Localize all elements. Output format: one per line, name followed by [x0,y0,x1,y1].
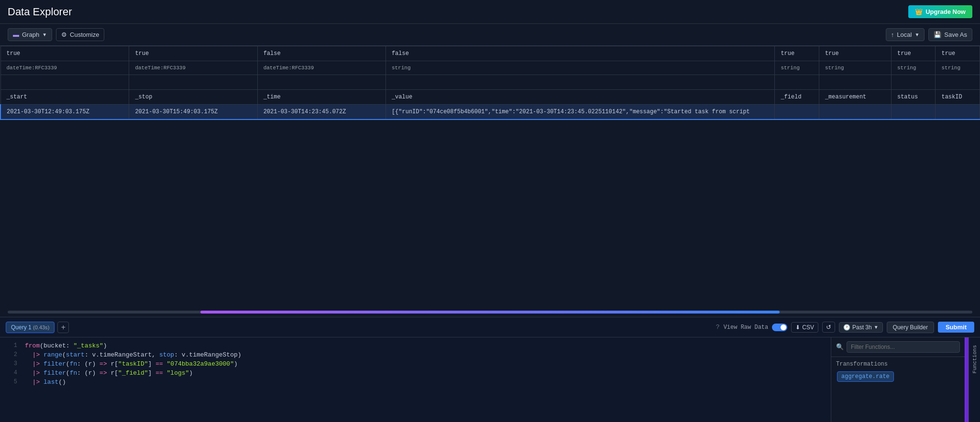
table-cell: _time [257,90,385,105]
table-cell [257,75,385,90]
filter-functions-input[interactable] [847,341,960,353]
local-button[interactable]: ↑ Local ▼ [886,28,925,41]
toolbar: ▬ Graph ▼ ⚙ Customize ↑ Local ▼ 💾 Save A… [0,24,980,46]
code-line-1: 1 from(bucket: "_tasks") [0,341,831,350]
refresh-icon: ↺ [826,324,831,331]
table-row: _start _stop _time _value _field _measur… [0,90,980,105]
table-cell: _stop [129,90,257,105]
editor-sidebar: 1 from(bucket: "_tasks") 2 |> range(star… [0,337,980,422]
functions-tab-label[interactable]: Functions [971,341,979,377]
page-title: Data Explorer [8,6,72,18]
table-cell: _measurement [819,90,891,105]
table-cell: true [936,46,980,61]
table-cell [775,75,819,90]
search-icon: 🔍 [836,343,844,351]
table-cell: string [819,61,891,75]
table-cell [819,75,891,90]
download-icon: ⬇ [795,324,800,331]
upgrade-button[interactable]: 👑 Upgrade Now [908,5,972,18]
query-tabs-bar: Query 1 (0.43s) + ? View Raw Data ⬇ CSV … [0,317,980,337]
table-cell: dateTime:RFC3339 [0,61,129,75]
add-query-button[interactable]: + [57,322,69,333]
save-icon: 💾 [934,31,941,38]
table-cell: string [891,61,935,75]
header: Data Explorer 👑 Upgrade Now [0,0,980,24]
save-as-button[interactable]: 💾 Save As [928,28,972,41]
table-cell: true [819,46,891,61]
data-table-area[interactable]: true true false false true true true tru… [0,46,980,307]
table-cell [936,75,980,90]
query-builder-button[interactable]: Query Builder [887,322,934,333]
refresh-button[interactable]: ↺ [822,322,835,333]
table-row: dateTime:RFC3339 dateTime:RFC3339 dateTi… [0,61,980,75]
table-cell: string [385,61,775,75]
mini-icon-bar: Functions [969,337,980,422]
chevron-down-icon-time: ▼ [874,325,879,330]
function-tag-aggregate-rate[interactable]: aggregate.rate [837,371,894,382]
table-cell: dateTime:RFC3339 [257,61,385,75]
csv-button[interactable]: ⬇ CSV [791,322,818,333]
query-tab-close-paren: ) [48,325,50,330]
time-range-button[interactable]: 🕐 Past 3h ▼ [839,322,883,333]
code-line-2: 2 |> range(start: v.timeRangeStart, stop… [0,350,831,359]
table-cell [936,105,980,120]
gear-icon: ⚙ [61,31,67,38]
scrollbar-thumb[interactable] [200,311,779,314]
table-cell: true [0,46,129,61]
table-cell [0,75,129,90]
table-cell: status [891,90,935,105]
table-cell: 2021-03-30T14:23:45.072Z [257,105,385,120]
customize-button[interactable]: ⚙ Customize [56,28,104,41]
table-cell: dateTime:RFC3339 [129,61,257,75]
table-cell: _value [385,90,775,105]
table-cell: 2021-03-30T15:49:03.175Z [129,105,257,120]
table-row-highlight: 2021-03-30T12:49:03.175Z 2021-03-30T15:4… [0,105,980,120]
table-cell: taskID [936,90,980,105]
table-cell: string [775,61,819,75]
data-table: true true false false true true true tru… [0,46,980,120]
table-cell: [{"runID":"074ce08f5b4b6001","time":"202… [385,105,775,120]
table-cell: true [891,46,935,61]
code-editor[interactable]: 1 from(bucket: "_tasks") 2 |> range(star… [0,337,831,422]
table-cell [891,75,935,90]
chevron-down-icon: ▼ [42,32,47,37]
table-row [0,75,980,90]
table-cell: false [385,46,775,61]
horizontal-scrollbar[interactable] [0,307,980,317]
table-cell: true [129,46,257,61]
query-tabs-right: ? View Raw Data ⬇ CSV ↺ 🕐 Past 3h ▼ Quer… [716,322,974,333]
table-cell [385,75,775,90]
crown-icon: 👑 [915,8,923,15]
sidebar-collapse-handle[interactable] [965,337,969,422]
upload-icon: ↑ [891,31,894,38]
graph-button[interactable]: ▬ Graph ▼ [8,28,52,41]
submit-button[interactable]: Submit [938,322,974,333]
view-raw-toggle[interactable] [772,324,787,331]
view-raw-label: View Raw Data [724,324,769,331]
table-cell [819,105,891,120]
table-row: true true false false true true true tru… [0,46,980,61]
table-cell [129,75,257,90]
main-content: true true false false true true true tru… [0,46,980,422]
clock-icon: 🕐 [843,324,850,331]
code-line-5: 5 |> last() [0,378,831,387]
bottom-panel: Query 1 (0.43s) + ? View Raw Data ⬇ CSV … [0,317,980,422]
transformations-section: Transformations aggregate.rate [831,357,965,387]
table-cell: string [936,61,980,75]
right-sidebar: 🔍 Transformations aggregate.rate [831,337,965,422]
code-line-3: 3 |> filter(fn: (r) => r["taskID"] == "0… [0,359,831,368]
toolbar-left: ▬ Graph ▼ ⚙ Customize [8,28,104,41]
table-cell: _start [0,90,129,105]
query-tabs-left: Query 1 (0.43s) + [6,322,69,333]
graph-icon: ▬ [13,31,19,38]
table-cell [891,105,935,120]
table-cell: _field [775,90,819,105]
table-cell [775,105,819,120]
table-cell: true [775,46,819,61]
scrollbar-track[interactable] [8,311,972,314]
transformations-label: Transformations [836,361,960,368]
query-tab-1[interactable]: Query 1 (0.43s) [6,322,55,333]
help-icon: ? [716,324,720,331]
toolbar-right: ↑ Local ▼ 💾 Save As [886,28,972,41]
table-cell: false [257,46,385,61]
